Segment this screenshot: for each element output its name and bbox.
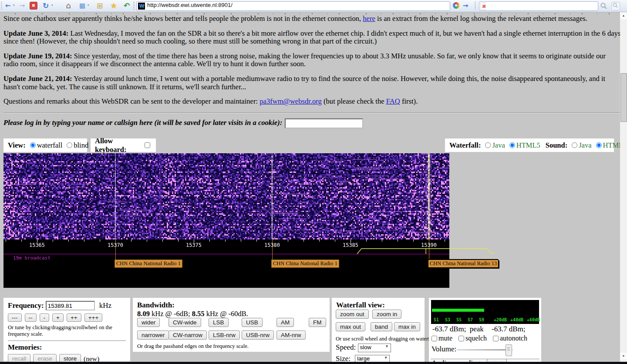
usb-button[interactable]: USB (242, 318, 263, 327)
size-value: large (357, 355, 370, 362)
here-link[interactable]: here (363, 14, 375, 23)
autonotch-checkbox[interactable] (493, 336, 499, 341)
sound-tech-label: Sound: (546, 141, 567, 150)
tune-up-2-button[interactable]: ++ (67, 313, 81, 322)
narrower-button[interactable]: narrower (137, 330, 169, 340)
window-bottom-edge (0, 362, 627, 364)
scroll-up-icon[interactable]: ▲ (620, 12, 627, 19)
meter-label: S3 (445, 317, 450, 322)
paragraph-update-jun19: Update June 19, 2014: Since yesterday, m… (3, 52, 621, 68)
tune-up-3-button[interactable]: +++ (84, 313, 103, 322)
max-in-button[interactable]: max in (394, 322, 420, 331)
paragraph-contact: Questions and remarks about this WebSDR … (3, 98, 621, 106)
scrollbar-thumb[interactable] (620, 73, 627, 122)
yandex-icon[interactable]: Я (480, 3, 488, 10)
go-arrow-icon[interactable]: → (461, 0, 470, 11)
scroll-down-icon[interactable]: ▼ (620, 353, 627, 360)
update-jun21-text: Yesterday around lunch time, I went out … (3, 74, 605, 91)
squelch-checkbox[interactable] (458, 336, 464, 341)
tune-down-2-button[interactable]: -- (25, 313, 37, 322)
meter-label: +20dB (494, 317, 507, 322)
undo-close-icon[interactable]: ↶ (122, 0, 131, 11)
sound-java-radio[interactable] (572, 142, 577, 148)
station-label-selected[interactable]: CHN China National Radio 13 (428, 260, 499, 268)
refresh-icon[interactable]: ↻ (41, 0, 51, 11)
zoom-in-button[interactable]: zoom in (372, 310, 401, 319)
url-text[interactable]: http://websdr.ewi.utwente.nl:8901/ (147, 2, 233, 10)
mute-checkbox[interactable] (431, 336, 437, 341)
fm-button[interactable]: FM (309, 318, 326, 327)
view-blind-label: blind (74, 141, 88, 150)
audio-options-row: mute squelch autonotch (431, 334, 527, 342)
contact-text-post: first). (400, 97, 418, 105)
browser-choice-globe-icon[interactable] (453, 2, 459, 9)
signal-meter-bar (432, 309, 484, 312)
mute-label: mute (438, 334, 452, 342)
refresh-dropdown-icon[interactable]: ▾ (51, 3, 53, 7)
update-jun3-label: Update June 3, 2014: (3, 29, 68, 37)
view-waterfall-radio[interactable] (30, 142, 36, 148)
waterfall-spectrogram[interactable] (3, 153, 449, 288)
toolbar-grip[interactable] (1, 2, 2, 10)
am-button[interactable]: AM (276, 318, 294, 327)
am-nrw-button[interactable]: AM-nrw (276, 330, 306, 340)
page-scrollbar[interactable]: ▲ ▼ (620, 12, 627, 362)
back-icon[interactable]: ← (3, 0, 13, 11)
meter-label: +60dB (527, 317, 540, 322)
callsign-input[interactable] (285, 118, 363, 128)
waterfall-java-label: Java (492, 141, 505, 150)
search-bar[interactable]: Я (479, 1, 598, 11)
forward-icon[interactable]: → (17, 0, 27, 11)
login-row: Please log in by typing your name or cal… (3, 118, 621, 128)
faq-link[interactable]: FAQ (386, 97, 400, 105)
usb-nrw-button[interactable]: USB-nrw (242, 330, 274, 340)
waterfall-html5-radio[interactable] (509, 142, 515, 148)
band-button[interactable]: band (371, 322, 392, 331)
speed-label: Speed: (336, 343, 356, 351)
url-bar[interactable]: W http://websdr.ewi.utwente.nl:8901/ (136, 1, 450, 11)
lsb-nrw-button[interactable]: LSB-nrw (209, 330, 240, 340)
websdr-favicon: W (138, 3, 145, 10)
tune-down-3-button[interactable]: --- (8, 313, 22, 322)
tune-down-1-button[interactable]: - (40, 313, 50, 322)
stop-icon[interactable]: ✖ (30, 2, 37, 10)
home-icon[interactable]: ⌂ (64, 0, 73, 11)
station-label[interactable]: CHN China National Radio 1 (115, 260, 182, 268)
bookmarks-star-icon[interactable]: ★ (109, 0, 118, 11)
max-out-button[interactable]: max out (336, 322, 365, 331)
scroll-hint: Or use scroll wheel and dragging on wate… (336, 336, 437, 342)
volume-slider-thumb[interactable] (506, 344, 512, 356)
tech-options-box: Waterfall: Java HTML5 Sound: Java HTML5 (445, 138, 614, 152)
speed-select[interactable]: ▼slow (358, 344, 391, 352)
tune-up-1-button[interactable]: + (52, 313, 64, 322)
signal-level-readout: -63.7 dBm; peak -63.7 dBm; (432, 325, 526, 334)
zoom-out-button[interactable]: zoom out (336, 310, 369, 319)
frequency-input[interactable] (46, 301, 95, 310)
signal-meter: S1 S3 S5 S7 S9 +20dB +40dB +60dB (431, 300, 539, 324)
cw-wide-button[interactable]: CW-wide (169, 318, 201, 327)
sound-html5-radio[interactable] (596, 142, 602, 148)
station-label[interactable]: CHN China National Radio 1 (271, 260, 339, 268)
update-jun3-text: Last Wednesday, I moved the fan on the S… (3, 29, 620, 46)
feeds-dropdown-icon[interactable]: ▾ (88, 3, 89, 7)
view-options-box: View: waterfall blind (3, 138, 87, 152)
email-link[interactable]: pa3fwm@websdr.org (260, 97, 322, 105)
waterfall-java-radio[interactable] (485, 142, 491, 148)
waterfall-html5-label: HTML5 (516, 141, 540, 150)
wider-button[interactable]: wider (137, 318, 160, 327)
page-content: Since one chatbox user apparently thinks… (0, 12, 627, 364)
session-key-icon[interactable]: ⊞ (95, 0, 104, 11)
search-icon[interactable] (600, 2, 608, 10)
cw-narrow-button[interactable]: CW-narrow (169, 330, 207, 340)
page-search-icon[interactable] (611, 2, 620, 10)
volume-slider[interactable] (457, 349, 512, 351)
allow-keyboard-checkbox[interactable] (145, 142, 150, 148)
tune-step-row: --- -- - + ++ +++ (8, 313, 126, 322)
browser-toolbar: ← ▾ → ✖ ↻ ▾ ⌂ ▦ ▾ ⊞ ★ ↶ W http://websdr.… (0, 0, 627, 12)
feeds-icon[interactable]: ▦ (78, 0, 87, 11)
back-dropdown-icon[interactable]: ▾ (13, 3, 15, 7)
lsb-button[interactable]: LSB (209, 318, 229, 327)
toolbar-separator-2 (475, 2, 476, 10)
passband-indicator[interactable] (3, 246, 500, 256)
view-blind-radio[interactable] (67, 142, 72, 148)
